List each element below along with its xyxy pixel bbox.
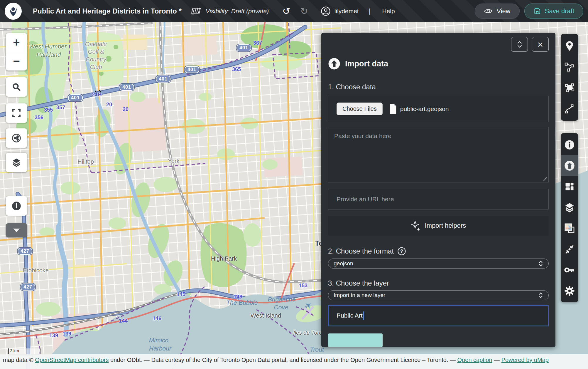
powered-by-umap-link[interactable]: Powered by uMap <box>501 357 549 363</box>
import-helpers-label: Import helpers <box>425 222 466 229</box>
upload-tool-button[interactable] <box>561 155 578 176</box>
file-input-row[interactable]: Choose Files public-art.geojson <box>328 96 549 122</box>
upload-circle-icon <box>328 58 340 70</box>
curve-tool-button[interactable] <box>561 98 578 119</box>
separator: | <box>369 7 371 15</box>
visibility-status[interactable]: Visibility: Draft (private) <box>206 8 269 15</box>
undo-button[interactable]: ↺ <box>282 6 290 17</box>
umap-logo-icon[interactable] <box>5 3 22 20</box>
close-icon: × <box>538 40 543 49</box>
eye-icon <box>484 8 493 14</box>
select-chevrons-icon <box>538 260 543 267</box>
share-icon <box>11 133 21 143</box>
layers-tool-button[interactable] <box>561 197 578 218</box>
map-title[interactable]: Public Art and Heritage Districts in Tor… <box>33 7 182 15</box>
dashboard-tool-button[interactable] <box>561 176 578 197</box>
sparkles-icon <box>411 220 421 231</box>
polyline-icon <box>564 62 575 72</box>
osm-contributors-link[interactable]: OpenStreetMap contributors <box>35 357 109 363</box>
key-tool-button[interactable] <box>561 259 578 280</box>
file-icon <box>388 104 397 114</box>
search-icon <box>11 82 21 92</box>
map-info-button[interactable] <box>6 196 27 216</box>
save-icon <box>533 7 541 15</box>
share-button[interactable] <box>6 128 27 148</box>
zoom-out-button[interactable]: − <box>6 52 27 71</box>
select-chevrons-icon <box>538 292 543 299</box>
draw-toolbar <box>561 34 578 121</box>
paste-data-textarea[interactable] <box>334 132 543 177</box>
fullscreen-button[interactable] <box>6 103 27 123</box>
paste-data-box <box>328 127 549 183</box>
expand-collapse-icon <box>516 40 523 48</box>
info-icon <box>11 201 22 211</box>
url-input-box <box>328 189 549 209</box>
format-select-value: geojson <box>334 260 538 267</box>
choose-format-label: 2. Choose the format <box>328 247 394 255</box>
choose-files-button[interactable]: Choose Files <box>337 103 383 115</box>
redo-button[interactable]: ↻ <box>300 6 308 17</box>
save-draft-button[interactable]: Save draft <box>524 4 583 19</box>
view-button-label: View <box>496 7 510 15</box>
username[interactable]: lilydemet <box>334 8 359 15</box>
curve-icon <box>564 103 575 114</box>
save-draft-label: Save draft <box>545 7 574 15</box>
open-caption-link[interactable]: Open caption <box>457 357 492 363</box>
collapse-controls-button[interactable] <box>6 223 27 237</box>
layers-icon <box>564 202 575 213</box>
settings-tool-button[interactable] <box>561 280 578 301</box>
draft-hatch-icon <box>190 7 202 16</box>
choose-layer-heading: 3. Choose the layer <box>328 279 549 287</box>
umap-editor: ✈ West HumberParklandOakdaleGolf &Countr… <box>0 0 588 369</box>
fullscreen-icon <box>12 108 21 118</box>
marker-icon <box>564 41 575 52</box>
center-icon <box>564 244 575 254</box>
key-icon <box>564 264 575 276</box>
panel-title: Import data <box>345 59 388 68</box>
user-icon[interactable] <box>320 6 331 16</box>
import-helpers-button[interactable]: Import helpers <box>328 216 549 236</box>
help-icon[interactable]: ? <box>397 247 406 256</box>
view-button[interactable]: View <box>475 4 519 19</box>
tile-layers-icon <box>564 223 575 234</box>
attribution-bar: map data © OpenStreetMap contributors un… <box>0 354 588 369</box>
help-link[interactable]: Help <box>382 8 395 15</box>
selected-file-name: public-art.geojson <box>400 105 449 113</box>
attribution-middle: under ODbL — Data curtesy of the City of… <box>109 357 457 363</box>
import-data-panel: × Import data 1. Choose data Choose File… <box>321 33 555 347</box>
attribution-dash: — <box>492 357 501 363</box>
polyline-tool-button[interactable] <box>561 56 578 77</box>
edit-toolbar <box>561 133 578 302</box>
tile-layers-tool-button[interactable] <box>561 218 578 239</box>
format-select[interactable]: geojson <box>328 259 549 269</box>
import-button[interactable] <box>328 333 383 347</box>
panel-close-button[interactable]: × <box>532 37 549 52</box>
upload-icon <box>564 160 575 172</box>
svg-text:?: ? <box>400 249 403 254</box>
top-bar: Public Art and Heritage Districts in Tor… <box>0 0 588 22</box>
polygon-icon <box>564 83 575 93</box>
zoom-control: + − <box>6 33 27 71</box>
settings-icon <box>564 285 575 297</box>
panel-expand-button[interactable] <box>511 37 528 52</box>
info-tool-button[interactable] <box>561 134 578 155</box>
zoom-in-button[interactable]: + <box>6 33 27 52</box>
choose-data-heading: 1. Choose data <box>328 83 549 91</box>
marker-tool-button[interactable] <box>561 36 578 56</box>
layer-name-input[interactable]: Public Art <box>328 305 549 326</box>
url-input[interactable] <box>328 196 548 203</box>
polygon-tool-button[interactable] <box>561 77 578 98</box>
scale-km: 2 km <box>8 348 41 355</box>
layers-icon <box>11 157 21 167</box>
resize-grip[interactable] <box>543 177 547 181</box>
attribution-prefix: map data © <box>3 357 35 363</box>
center-tool-button[interactable] <box>561 239 578 259</box>
layer-select[interactable]: Import in a new layer <box>328 290 549 300</box>
info-icon <box>564 139 575 150</box>
choose-format-heading: 2. Choose the format ? <box>328 247 549 256</box>
text-caret <box>363 311 364 320</box>
chevron-down-icon <box>13 228 20 233</box>
layer-select-value: Import in a new layer <box>334 292 538 298</box>
search-button[interactable] <box>6 77 27 97</box>
layers-button[interactable] <box>6 153 27 172</box>
